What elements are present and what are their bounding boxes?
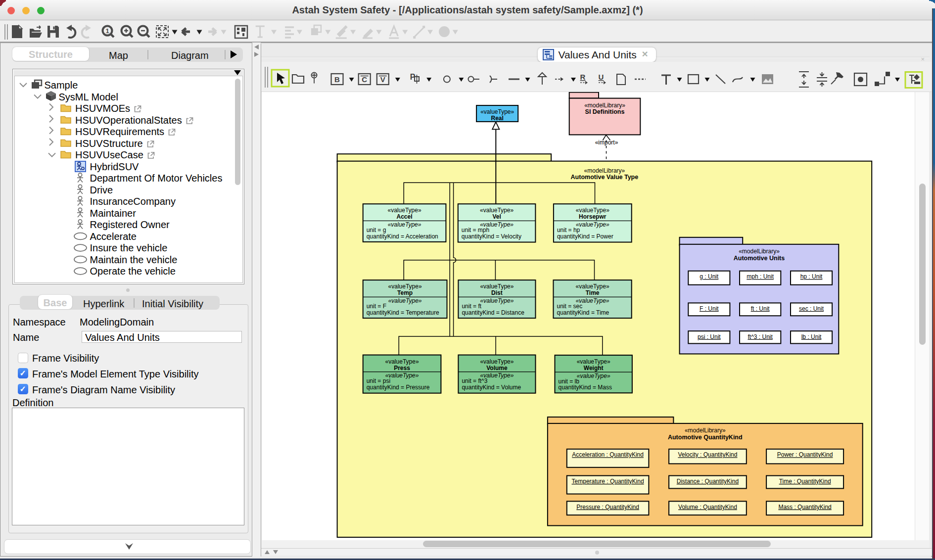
svg-text:Power : QuantityKind: Power : QuantityKind [777, 451, 833, 458]
svg-text:Automotive Value Type: Automotive Value Type [571, 174, 639, 181]
svg-text:«import»: «import» [595, 139, 618, 146]
svg-text:V: V [380, 75, 385, 84]
svg-text:Accel: Accel [397, 213, 413, 220]
svg-text:Volume: Volume [486, 365, 508, 372]
svg-text:Automotive Units: Automotive Units [734, 255, 785, 262]
svg-text:quantityKind = Mass: quantityKind = Mass [559, 384, 612, 391]
svg-text:«valueType»: «valueType» [480, 207, 514, 214]
svg-text:«valueType»: «valueType» [388, 297, 422, 304]
svg-text:1: 1 [105, 27, 109, 35]
svg-text:ft : Unit: ft : Unit [751, 305, 770, 312]
svg-text:«valueType»: «valueType» [385, 358, 419, 365]
svg-text:quantityKind = Pressure: quantityKind = Pressure [367, 384, 430, 391]
svg-text:Vel: Vel [492, 213, 501, 220]
svg-text:Distance : QuantityKind: Distance : QuantityKind [677, 478, 739, 485]
svg-text:C: C [362, 75, 367, 84]
svg-text:«valueType»: «valueType» [388, 283, 422, 290]
svg-text:Real: Real [491, 115, 504, 122]
svg-text:g : Unit: g : Unit [700, 273, 719, 280]
svg-text:«valueType»: «valueType» [480, 283, 514, 290]
svg-text:quantityKind = Distance: quantityKind = Distance [462, 309, 524, 316]
svg-text:«valueType»: «valueType» [577, 373, 610, 379]
svg-text:«modelLibrary»: «modelLibrary» [584, 167, 625, 174]
svg-text:«valueType»: «valueType» [576, 283, 609, 290]
svg-text:Press: Press [394, 365, 410, 372]
svg-text:Horsepwr: Horsepwr [579, 213, 607, 220]
svg-text:quantityKind = Time: quantityKind = Time [557, 309, 609, 316]
svg-text:«valueType»: «valueType» [388, 221, 421, 228]
svg-text:sec : Unit: sec : Unit [799, 305, 824, 312]
svg-text:«valueType»: «valueType» [480, 297, 514, 304]
svg-text:Dist: Dist [491, 289, 503, 296]
svg-text:R: R [580, 73, 585, 81]
svg-text:quantityKind = Power: quantityKind = Power [557, 233, 613, 240]
svg-text:quantityKind = Volume: quantityKind = Volume [462, 384, 521, 391]
svg-text:«valueType»: «valueType» [388, 207, 421, 214]
svg-text:Velocity : QuantityKind: Velocity : QuantityKind [678, 451, 737, 458]
svg-text:Weight: Weight [584, 365, 604, 372]
svg-text:«valueType»: «valueType» [576, 221, 609, 228]
svg-text:Temperature : QuantityKind: Temperature : QuantityKind [572, 478, 644, 485]
svg-text:ft^3 : Unit: ft^3 : Unit [748, 333, 773, 340]
svg-text:psi : Unit: psi : Unit [698, 333, 721, 340]
svg-text:hp : Unit: hp : Unit [800, 273, 823, 280]
svg-text:«modelLibrary»: «modelLibrary» [739, 248, 780, 255]
svg-text:Acceleration : QuantityKind: Acceleration : QuantityKind [572, 451, 644, 458]
svg-text:Automotive QuantityKind: Automotive QuantityKind [668, 434, 743, 441]
svg-text:Time: Time [586, 289, 600, 296]
svg-text:«modelLibrary»: «modelLibrary» [685, 427, 726, 434]
svg-text:Temp: Temp [397, 289, 413, 296]
svg-text:Mass : QuantityKind: Mass : QuantityKind [778, 504, 831, 511]
svg-text:«modelLibrary»: «modelLibrary» [584, 102, 625, 109]
svg-text:U: U [598, 73, 604, 81]
svg-text:F : Unit: F : Unit [700, 305, 719, 312]
svg-text:«valueType»: «valueType» [577, 358, 610, 365]
svg-text:«valueType»: «valueType» [480, 358, 514, 365]
svg-text:«valueType»: «valueType» [576, 207, 609, 214]
svg-text:Pressure : QuantityKind: Pressure : QuantityKind [576, 504, 639, 511]
svg-text:quantityKind = Temperature: quantityKind = Temperature [367, 309, 439, 316]
svg-text:B: B [334, 75, 340, 84]
svg-text:quantityKind = Acceleration: quantityKind = Acceleration [367, 233, 438, 240]
svg-text:mph : Unit: mph : Unit [747, 273, 774, 280]
svg-text:Volume : QuantityKind: Volume : QuantityKind [678, 504, 737, 511]
svg-text:quantityKind = Velocity: quantityKind = Velocity [462, 233, 521, 240]
svg-text:SI Definitions: SI Definitions [585, 108, 625, 115]
svg-text:Time : QuantityKind: Time : QuantityKind [779, 478, 831, 485]
svg-text:lb : Unit: lb : Unit [801, 333, 822, 340]
